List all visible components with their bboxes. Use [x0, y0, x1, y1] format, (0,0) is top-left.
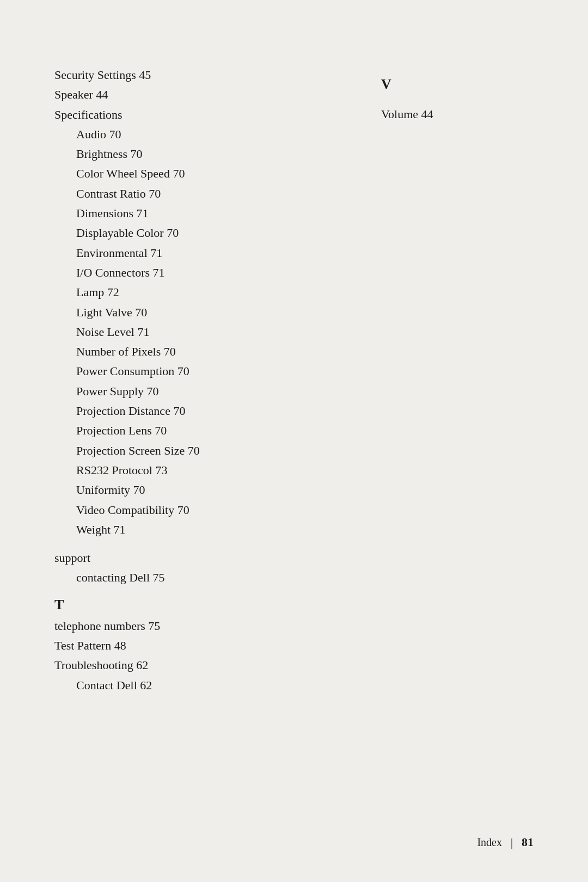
list-item: Test Pattern 48 — [54, 636, 348, 656]
list-item: Noise Level 71 — [54, 322, 348, 342]
list-item: Video Compatibility 70 — [54, 500, 348, 520]
list-item: Color Wheel Speed 70 — [54, 164, 348, 183]
footer-label: Index — [477, 836, 502, 849]
list-item: Security Settings 45 — [54, 65, 348, 85]
list-item: Environmental 71 — [54, 243, 348, 263]
list-item: Contact Dell 62 — [54, 676, 348, 695]
list-item: Lamp 72 — [54, 283, 348, 302]
footer-page-number: 81 — [522, 835, 534, 849]
list-item: RS232 Protocol 73 — [54, 461, 348, 480]
list-item: Specifications — [54, 105, 348, 125]
list-item: Volume 44 — [381, 105, 534, 124]
left-column: Security Settings 45 Speaker 44 Specific… — [54, 65, 348, 695]
list-item: Power Consumption 70 — [54, 362, 348, 381]
section-header-v: V — [381, 76, 534, 93]
list-item: Troubleshooting 62 — [54, 656, 348, 675]
list-item: support — [54, 548, 348, 568]
list-item: Projection Lens 70 — [54, 421, 348, 440]
section-header-t: T — [54, 597, 348, 613]
list-item: contacting Dell 75 — [54, 568, 348, 587]
list-item: Power Supply 70 — [54, 382, 348, 401]
list-item: Uniformity 70 — [54, 480, 348, 500]
list-item: Audio 70 — [54, 125, 348, 144]
list-item: Projection Screen Size 70 — [54, 441, 348, 461]
list-item: telephone numbers 75 — [54, 616, 348, 636]
right-column: V Volume 44 — [381, 65, 534, 124]
list-item: Number of Pixels 70 — [54, 342, 348, 362]
list-item: Projection Distance 70 — [54, 401, 348, 421]
content-wrapper: Security Settings 45 Speaker 44 Specific… — [54, 65, 534, 695]
list-item: Weight 71 — [54, 520, 348, 540]
list-item: Displayable Color 70 — [54, 223, 348, 243]
list-item: I/O Connectors 71 — [54, 263, 348, 283]
footer-separator: | — [511, 836, 513, 849]
list-item: Speaker 44 — [54, 85, 348, 105]
list-item: Brightness 70 — [54, 144, 348, 164]
list-item: Light Valve 70 — [54, 303, 348, 322]
page: Security Settings 45 Speaker 44 Specific… — [0, 0, 588, 882]
footer: Index | 81 — [477, 835, 534, 849]
list-item: Contrast Ratio 70 — [54, 184, 348, 204]
list-item: Dimensions 71 — [54, 204, 348, 223]
